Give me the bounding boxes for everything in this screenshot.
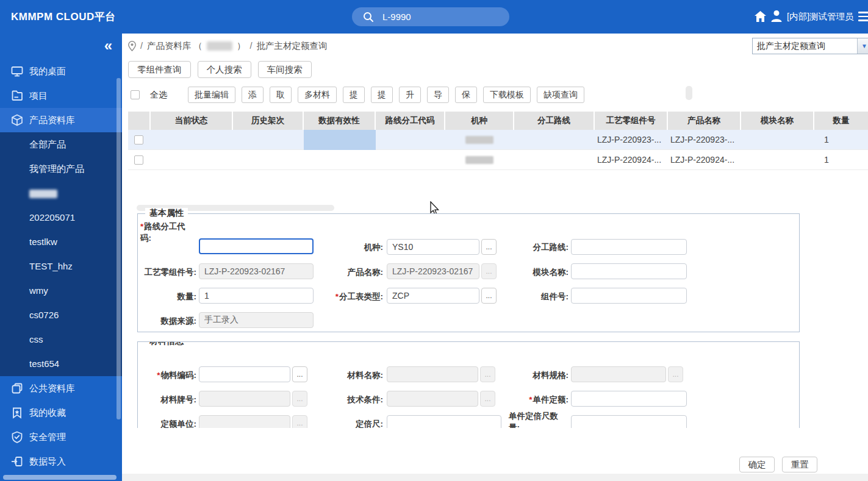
bookmark-star-icon [11, 407, 23, 419]
sidebar-item-projects[interactable]: 项目 [0, 84, 122, 108]
redacted-value [465, 156, 493, 164]
column-header[interactable]: 当前状态 [151, 112, 233, 130]
download-template-button[interactable]: 下载模板 [483, 87, 531, 103]
current-user-label[interactable]: [内部]测试管理员 [787, 0, 854, 34]
cancel-button[interactable]: 取 [270, 87, 292, 103]
content-bottom-scrollbar-track[interactable] [122, 474, 868, 481]
export-button[interactable]: 导 [427, 87, 449, 103]
unit-quota-input[interactable] [571, 391, 687, 407]
tech-condition-input [387, 391, 478, 407]
row-checkbox[interactable] [134, 135, 143, 144]
home-icon[interactable] [754, 10, 767, 23]
column-header[interactable]: 数量 [814, 112, 868, 130]
sidebar-item-favorites[interactable]: 我的收藏 [0, 401, 122, 425]
query-tabs: 零组件查询 个人搜索 车间搜索 [128, 61, 312, 78]
select-all-checkbox[interactable] [131, 90, 140, 99]
sidebar-vertical-scrollbar[interactable] [117, 78, 121, 419]
global-search[interactable]: L-9990 [352, 7, 509, 26]
breadcrumb-separator: / [250, 41, 253, 51]
field-label: 数量: [138, 291, 196, 302]
sidebar-collapse-icon[interactable]: « [104, 37, 112, 54]
submit-button-1[interactable]: 提 [343, 87, 365, 103]
table-row[interactable]: LZJ-P-220924-... LZJ-P-220924-... 1 [128, 150, 868, 170]
submenu-item[interactable]: cs0726 [0, 303, 122, 327]
submenu-item[interactable]: wmy [0, 279, 122, 303]
sidebar-horizontal-scrollbar[interactable] [3, 475, 117, 480]
field-label: *物料编码: [138, 370, 196, 381]
sidebar-item-data-import[interactable]: 数据导入 [0, 449, 122, 474]
route-input[interactable] [571, 239, 687, 255]
product-name-input [387, 263, 479, 279]
column-header[interactable]: 产品名称 [668, 112, 741, 130]
sidebar-item-product-library[interactable]: 产品资料库 [0, 108, 122, 132]
save-button[interactable]: 保 [455, 87, 477, 103]
field-label: 机种: [298, 242, 383, 253]
column-header[interactable]: 数据有效性 [304, 112, 376, 130]
qty-cell: 1 [814, 155, 829, 165]
qty-cell: 1 [814, 135, 829, 144]
copy-icon [11, 382, 23, 394]
toolbar-scrollbar-thumb[interactable] [686, 86, 692, 100]
user-icon[interactable] [770, 9, 783, 23]
multi-material-button[interactable]: 多材料 [298, 87, 337, 103]
qty-input[interactable] [199, 288, 314, 304]
unit-fixed-length-qty-input[interactable] [571, 415, 687, 428]
submenu-item-my-products[interactable]: 我管理的产品 [0, 157, 122, 181]
column-header[interactable]: 分工路线 [514, 112, 595, 130]
tab-personal-search[interactable]: 个人搜索 [198, 61, 251, 78]
column-header[interactable]: 工艺零组件号 [595, 112, 668, 130]
validity-cell-selected[interactable] [304, 130, 376, 150]
page-selector-dropdown[interactable]: 批产主材定额查询 ▼ [752, 38, 868, 54]
menu-icon[interactable] [858, 12, 868, 24]
breadcrumb-library[interactable]: 产品资料库 [147, 40, 192, 52]
column-header[interactable]: 模块名称 [741, 112, 814, 130]
module-name-input[interactable] [571, 263, 687, 279]
row-checkbox[interactable] [134, 155, 143, 165]
fixed-length-input[interactable] [387, 415, 501, 428]
upgrade-button[interactable]: 升 [399, 87, 421, 103]
add-button[interactable]: 添 [242, 87, 264, 103]
submenu-item[interactable]: test654 [0, 352, 122, 376]
missing-item-query-button[interactable]: 缺项查询 [537, 87, 584, 103]
data-source-input [199, 312, 314, 328]
confirm-button[interactable]: 确定 [739, 457, 775, 472]
product-name-cell: LZJ-P-220924-... [668, 155, 734, 165]
column-header[interactable]: 路线分工代码 [376, 112, 445, 130]
table-type-input[interactable] [387, 288, 479, 304]
tab-workshop-search[interactable]: 车间搜索 [258, 61, 312, 78]
material-spec-input [571, 366, 666, 382]
submenu-item-redacted[interactable] [0, 181, 122, 205]
breadcrumb-page[interactable]: 批产主材定额查询 [257, 40, 328, 52]
submenu-item[interactable]: 202205071 [0, 205, 122, 230]
batch-edit-button[interactable]: 批量编辑 [188, 87, 235, 103]
sidebar-item-desktop[interactable]: 我的桌面 [0, 59, 122, 84]
material-code-input[interactable] [199, 366, 290, 382]
component-no-input[interactable] [571, 288, 687, 304]
material-info-fieldset: 材料信息 *物料编码: ... 材料名称: ... 材料规格: ... 材料牌号… [137, 341, 800, 428]
sidebar-item-label: 产品资料库 [29, 115, 75, 126]
field-label: 定倍尺: [298, 419, 383, 428]
chevron-down-icon[interactable]: ▼ [857, 38, 868, 54]
part-no-cell: LZJ-P-220923-... [595, 135, 661, 144]
redacted-value [465, 136, 493, 144]
search-input[interactable]: L-9990 [382, 12, 411, 22]
tab-part-query[interactable]: 零组件查询 [128, 61, 191, 78]
sidebar-item-security[interactable]: 安全管理 [0, 425, 122, 449]
search-icon [363, 12, 374, 23]
submenu-item[interactable]: testlkw [0, 230, 122, 254]
column-header[interactable]: 机种 [445, 112, 514, 130]
machine-input[interactable] [387, 239, 479, 255]
submit-button-2[interactable]: 提 [371, 87, 393, 103]
submenu-item[interactable]: TEST_hhz [0, 254, 122, 279]
submenu-item-all-products[interactable]: 全部产品 [0, 132, 122, 157]
reset-button[interactable]: 重置 [782, 457, 817, 472]
cube-icon [11, 114, 23, 126]
submenu-item[interactable]: css [0, 327, 122, 352]
field-label: 材料名称: [298, 370, 383, 381]
route-code-input[interactable] [199, 238, 314, 254]
sidebar-item-public-library[interactable]: 公共资料库 [0, 376, 122, 401]
column-header[interactable]: 历史架次 [233, 112, 304, 130]
paren-open: （ [194, 40, 203, 52]
table-row[interactable]: LZJ-P-220923-... LZJ-P-220923-... 1 [128, 130, 868, 150]
product-name-cell: LZJ-P-220923-... [668, 135, 734, 144]
